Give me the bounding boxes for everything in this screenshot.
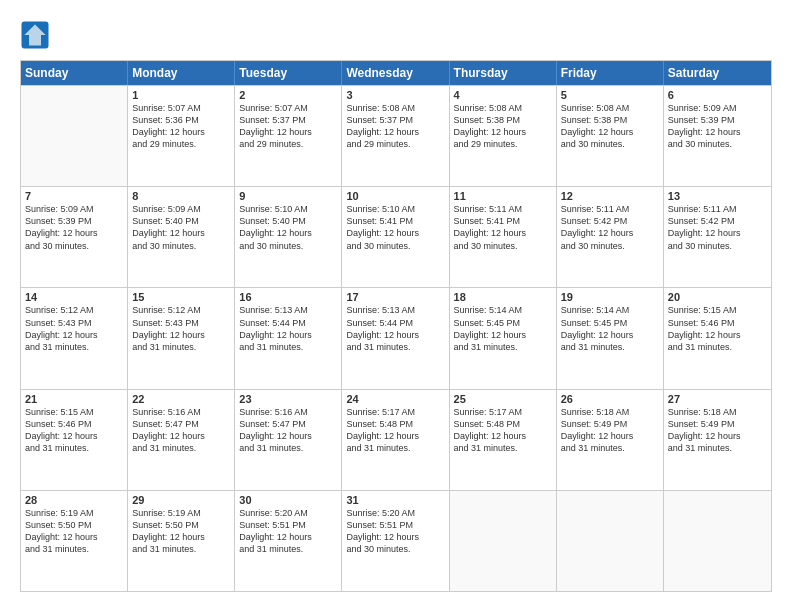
cell-line-3: and 30 minutes. — [346, 240, 444, 252]
day-number: 18 — [454, 291, 552, 303]
cell-line-3: and 31 minutes. — [132, 341, 230, 353]
cell-line-3: and 29 minutes. — [346, 138, 444, 150]
cell-line-0: Sunrise: 5:13 AM — [346, 304, 444, 316]
cell-line-2: Daylight: 12 hours — [132, 227, 230, 239]
cell-line-3: and 31 minutes. — [25, 341, 123, 353]
cell-line-2: Daylight: 12 hours — [454, 430, 552, 442]
cell-line-2: Daylight: 12 hours — [561, 126, 659, 138]
cell-line-1: Sunset: 5:48 PM — [454, 418, 552, 430]
cell-line-1: Sunset: 5:39 PM — [668, 114, 767, 126]
calendar-week-3: 14Sunrise: 5:12 AMSunset: 5:43 PMDayligh… — [21, 287, 771, 388]
cell-line-0: Sunrise: 5:08 AM — [454, 102, 552, 114]
cell-line-0: Sunrise: 5:07 AM — [239, 102, 337, 114]
cell-line-2: Daylight: 12 hours — [25, 227, 123, 239]
cell-line-0: Sunrise: 5:20 AM — [239, 507, 337, 519]
calendar-day-16: 16Sunrise: 5:13 AMSunset: 5:44 PMDayligh… — [235, 288, 342, 388]
day-number: 24 — [346, 393, 444, 405]
cell-line-3: and 30 minutes. — [454, 240, 552, 252]
calendar-body: 1Sunrise: 5:07 AMSunset: 5:36 PMDaylight… — [21, 85, 771, 591]
day-number: 28 — [25, 494, 123, 506]
cell-line-0: Sunrise: 5:10 AM — [239, 203, 337, 215]
cell-line-1: Sunset: 5:38 PM — [561, 114, 659, 126]
calendar-day-13: 13Sunrise: 5:11 AMSunset: 5:42 PMDayligh… — [664, 187, 771, 287]
header-day-monday: Monday — [128, 61, 235, 85]
cell-line-0: Sunrise: 5:15 AM — [668, 304, 767, 316]
cell-line-3: and 31 minutes. — [454, 341, 552, 353]
cell-line-3: and 31 minutes. — [561, 442, 659, 454]
cell-line-2: Daylight: 12 hours — [561, 430, 659, 442]
day-number: 9 — [239, 190, 337, 202]
cell-line-0: Sunrise: 5:09 AM — [25, 203, 123, 215]
logo-icon — [20, 20, 50, 50]
cell-line-1: Sunset: 5:43 PM — [25, 317, 123, 329]
day-number: 27 — [668, 393, 767, 405]
calendar-empty-cell — [557, 491, 664, 591]
cell-line-2: Daylight: 12 hours — [25, 531, 123, 543]
cell-line-3: and 31 minutes. — [132, 442, 230, 454]
cell-line-0: Sunrise: 5:14 AM — [454, 304, 552, 316]
day-number: 29 — [132, 494, 230, 506]
cell-line-1: Sunset: 5:49 PM — [668, 418, 767, 430]
cell-line-1: Sunset: 5:45 PM — [561, 317, 659, 329]
calendar-day-23: 23Sunrise: 5:16 AMSunset: 5:47 PMDayligh… — [235, 390, 342, 490]
calendar-day-10: 10Sunrise: 5:10 AMSunset: 5:41 PMDayligh… — [342, 187, 449, 287]
calendar-day-12: 12Sunrise: 5:11 AMSunset: 5:42 PMDayligh… — [557, 187, 664, 287]
header — [20, 20, 772, 50]
header-day-sunday: Sunday — [21, 61, 128, 85]
calendar-day-30: 30Sunrise: 5:20 AMSunset: 5:51 PMDayligh… — [235, 491, 342, 591]
cell-line-0: Sunrise: 5:11 AM — [668, 203, 767, 215]
cell-line-0: Sunrise: 5:07 AM — [132, 102, 230, 114]
cell-line-0: Sunrise: 5:11 AM — [561, 203, 659, 215]
calendar-day-29: 29Sunrise: 5:19 AMSunset: 5:50 PMDayligh… — [128, 491, 235, 591]
cell-line-2: Daylight: 12 hours — [239, 126, 337, 138]
cell-line-1: Sunset: 5:42 PM — [561, 215, 659, 227]
cell-line-0: Sunrise: 5:17 AM — [454, 406, 552, 418]
cell-line-2: Daylight: 12 hours — [346, 227, 444, 239]
day-number: 12 — [561, 190, 659, 202]
cell-line-0: Sunrise: 5:19 AM — [132, 507, 230, 519]
calendar-day-18: 18Sunrise: 5:14 AMSunset: 5:45 PMDayligh… — [450, 288, 557, 388]
calendar-day-31: 31Sunrise: 5:20 AMSunset: 5:51 PMDayligh… — [342, 491, 449, 591]
calendar-header: SundayMondayTuesdayWednesdayThursdayFrid… — [21, 61, 771, 85]
cell-line-2: Daylight: 12 hours — [239, 329, 337, 341]
cell-line-1: Sunset: 5:50 PM — [132, 519, 230, 531]
calendar-day-15: 15Sunrise: 5:12 AMSunset: 5:43 PMDayligh… — [128, 288, 235, 388]
cell-line-1: Sunset: 5:49 PM — [561, 418, 659, 430]
calendar-day-20: 20Sunrise: 5:15 AMSunset: 5:46 PMDayligh… — [664, 288, 771, 388]
cell-line-1: Sunset: 5:44 PM — [346, 317, 444, 329]
header-day-friday: Friday — [557, 61, 664, 85]
cell-line-2: Daylight: 12 hours — [132, 329, 230, 341]
day-number: 16 — [239, 291, 337, 303]
cell-line-0: Sunrise: 5:17 AM — [346, 406, 444, 418]
calendar-day-21: 21Sunrise: 5:15 AMSunset: 5:46 PMDayligh… — [21, 390, 128, 490]
calendar-day-25: 25Sunrise: 5:17 AMSunset: 5:48 PMDayligh… — [450, 390, 557, 490]
cell-line-2: Daylight: 12 hours — [668, 227, 767, 239]
cell-line-2: Daylight: 12 hours — [346, 531, 444, 543]
day-number: 31 — [346, 494, 444, 506]
cell-line-0: Sunrise: 5:09 AM — [132, 203, 230, 215]
cell-line-2: Daylight: 12 hours — [346, 430, 444, 442]
calendar-day-27: 27Sunrise: 5:18 AMSunset: 5:49 PMDayligh… — [664, 390, 771, 490]
cell-line-3: and 29 minutes. — [132, 138, 230, 150]
calendar-week-5: 28Sunrise: 5:19 AMSunset: 5:50 PMDayligh… — [21, 490, 771, 591]
cell-line-1: Sunset: 5:37 PM — [346, 114, 444, 126]
cell-line-1: Sunset: 5:40 PM — [239, 215, 337, 227]
day-number: 4 — [454, 89, 552, 101]
cell-line-2: Daylight: 12 hours — [561, 227, 659, 239]
calendar-day-28: 28Sunrise: 5:19 AMSunset: 5:50 PMDayligh… — [21, 491, 128, 591]
calendar-day-5: 5Sunrise: 5:08 AMSunset: 5:38 PMDaylight… — [557, 86, 664, 186]
cell-line-2: Daylight: 12 hours — [668, 430, 767, 442]
cell-line-1: Sunset: 5:38 PM — [454, 114, 552, 126]
cell-line-1: Sunset: 5:37 PM — [239, 114, 337, 126]
calendar-day-26: 26Sunrise: 5:18 AMSunset: 5:49 PMDayligh… — [557, 390, 664, 490]
header-day-wednesday: Wednesday — [342, 61, 449, 85]
calendar-week-1: 1Sunrise: 5:07 AMSunset: 5:36 PMDaylight… — [21, 85, 771, 186]
day-number: 14 — [25, 291, 123, 303]
cell-line-3: and 30 minutes. — [561, 240, 659, 252]
calendar-day-2: 2Sunrise: 5:07 AMSunset: 5:37 PMDaylight… — [235, 86, 342, 186]
cell-line-2: Daylight: 12 hours — [25, 430, 123, 442]
calendar-week-2: 7Sunrise: 5:09 AMSunset: 5:39 PMDaylight… — [21, 186, 771, 287]
cell-line-2: Daylight: 12 hours — [668, 329, 767, 341]
calendar-day-11: 11Sunrise: 5:11 AMSunset: 5:41 PMDayligh… — [450, 187, 557, 287]
cell-line-2: Daylight: 12 hours — [239, 531, 337, 543]
